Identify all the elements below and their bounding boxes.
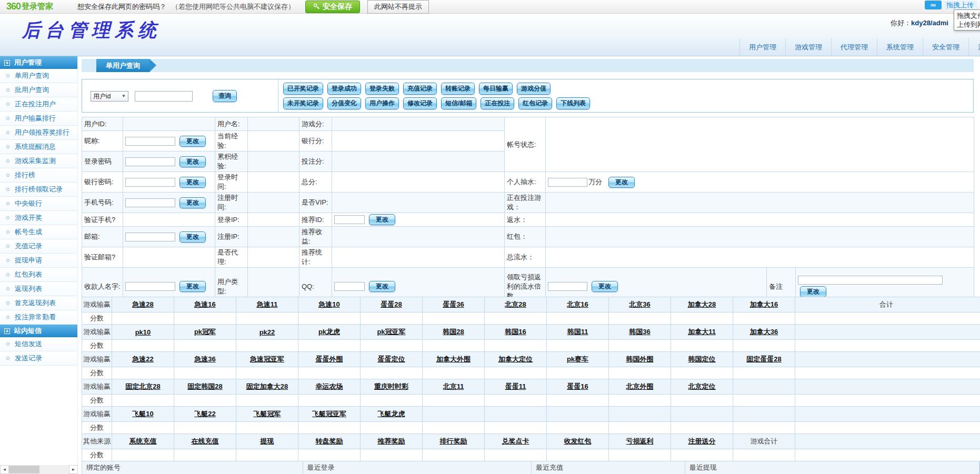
change-button[interactable]: 更改 <box>369 214 395 225</box>
change-button[interactable]: 更改 <box>179 281 206 292</box>
record-button[interactable]: 转账记录 <box>441 83 475 95</box>
form-input[interactable] <box>125 198 175 207</box>
sidebar-item[interactable]: 中央银行 <box>0 197 77 211</box>
game-link[interactable]: 韩国16 <box>505 328 526 336</box>
game-link[interactable]: 急速28 <box>132 300 153 308</box>
form-input[interactable] <box>334 215 365 224</box>
scroll-left-icon[interactable]: ◄ <box>0 465 9 474</box>
change-button[interactable]: 更改 <box>179 177 206 188</box>
game-link[interactable]: 北京外围 <box>626 382 654 390</box>
sidebar-item[interactable]: 发送记录 <box>0 351 77 366</box>
change-button[interactable]: 更改 <box>179 136 206 147</box>
record-button[interactable]: 每日输赢 <box>479 83 513 95</box>
sidebar-item[interactable]: 投注异常勤看 <box>0 310 77 325</box>
sidebar-item[interactable]: 用户领推荐奖排行 <box>0 126 77 140</box>
game-link[interactable]: 在线充值 <box>192 437 219 445</box>
game-link[interactable]: 固定韩国28 <box>187 382 222 390</box>
netdisk-drag-upload[interactable]: ∞ 拖拽上传 <box>925 1 977 9</box>
game-link[interactable]: 蛋蛋定位 <box>378 355 405 363</box>
game-link[interactable]: 注册送分 <box>688 437 716 445</box>
nav-item[interactable]: 安全管理 <box>923 38 968 56</box>
sidebar-section-header[interactable]: +用户管理 <box>0 56 77 69</box>
sidebar-item[interactable]: 排行榜领取记录 <box>0 183 77 197</box>
game-link[interactable]: 蛋蛋28 <box>381 300 402 308</box>
game-link[interactable]: 蛋蛋外围 <box>316 355 343 363</box>
game-link[interactable]: 加拿大外围 <box>436 355 471 363</box>
game-link[interactable]: 固定北京28 <box>125 382 160 390</box>
game-link[interactable]: 急速11 <box>257 300 278 308</box>
form-input[interactable] <box>125 137 175 146</box>
game-link[interactable]: 飞艇冠军 <box>254 410 281 418</box>
sidebar-item[interactable]: 返现列表 <box>0 282 77 296</box>
game-link[interactable]: 飞艇10 <box>132 410 153 418</box>
query-field-select[interactable]: 用户id ▼ <box>91 91 128 102</box>
query-input[interactable] <box>135 91 193 102</box>
change-button[interactable]: 更改 <box>800 286 826 297</box>
record-button[interactable]: 用户操作 <box>365 97 399 109</box>
game-link[interactable]: pk赛车 <box>567 355 588 363</box>
sidebar-item[interactable]: 提现申请 <box>0 254 77 268</box>
sidebar-item[interactable]: 系统提醒消息 <box>0 140 77 154</box>
game-link[interactable]: pk冠军 <box>194 328 216 336</box>
scrollbar-thumb[interactable] <box>9 466 39 473</box>
game-link[interactable]: 北京16 <box>567 300 588 308</box>
game-link[interactable]: 加拿大16 <box>750 300 778 308</box>
nav-item[interactable]: 代理管理 <box>831 38 877 56</box>
game-link[interactable]: 加拿大28 <box>688 300 716 308</box>
game-link[interactable]: 收发红包 <box>564 437 592 445</box>
game-link[interactable]: 固定加拿大28 <box>246 382 288 390</box>
scroll-right-icon[interactable]: ► <box>69 465 78 474</box>
game-link[interactable]: 蛋蛋16 <box>567 382 588 390</box>
game-link[interactable]: 韩国11 <box>567 328 588 336</box>
record-button[interactable]: 未开奖记录 <box>283 97 323 109</box>
game-link[interactable]: 北京定位 <box>688 382 716 390</box>
game-link[interactable]: 北京36 <box>629 300 650 308</box>
game-link[interactable]: 排行奖励 <box>440 437 467 445</box>
game-link[interactable]: 亏损返利 <box>626 437 654 445</box>
game-link[interactable]: 急速36 <box>194 355 215 363</box>
game-link[interactable]: 蛋蛋11 <box>505 382 526 390</box>
sidebar-item[interactable]: 帐号生成 <box>0 225 77 239</box>
sidebar-item[interactable]: 充值记录 <box>0 239 77 254</box>
game-link[interactable]: 急速16 <box>194 300 215 308</box>
sidebar-item[interactable]: 正在投注用户 <box>0 97 77 112</box>
form-input[interactable] <box>125 178 175 187</box>
game-link[interactable]: 飞艇龙虎 <box>378 410 405 418</box>
game-link[interactable]: 转盘奖励 <box>316 437 343 445</box>
game-link[interactable]: 韩国36 <box>629 328 650 336</box>
game-link[interactable]: 北京11 <box>443 382 464 390</box>
sidebar-item[interactable]: 游戏采集监测 <box>0 154 77 168</box>
form-input[interactable] <box>798 276 943 285</box>
game-link[interactable]: 韩国外围 <box>626 355 654 363</box>
form-input[interactable] <box>125 282 175 291</box>
game-link[interactable]: 北京28 <box>505 300 526 308</box>
change-button[interactable]: 更改 <box>592 281 618 292</box>
sidebar-item[interactable]: 排行榜 <box>0 168 77 183</box>
game-link[interactable]: 急速22 <box>132 355 153 363</box>
form-input[interactable] <box>548 282 587 291</box>
query-button[interactable]: 查询 <box>213 90 237 102</box>
change-button[interactable]: 更改 <box>608 177 635 188</box>
record-button[interactable]: 修改记录 <box>403 97 437 109</box>
game-link[interactable]: 蛋蛋36 <box>443 300 464 308</box>
record-button[interactable]: 登录成功 <box>327 83 361 95</box>
sidebar-section-header[interactable]: +站内短信 <box>0 325 77 337</box>
game-link[interactable]: 飞艇22 <box>194 410 215 418</box>
record-button[interactable]: 登录失败 <box>365 83 399 95</box>
game-link[interactable]: pk龙虎 <box>318 328 340 336</box>
record-button[interactable]: 充值记录 <box>403 83 437 95</box>
record-button[interactable]: 游戏分值 <box>517 83 551 95</box>
game-link[interactable]: 固定蛋蛋28 <box>746 355 781 363</box>
game-link[interactable]: 推荐奖励 <box>378 437 405 445</box>
change-button[interactable]: 更改 <box>179 231 206 243</box>
sidebar-item[interactable]: 批用户查询 <box>0 83 77 97</box>
dismiss-site-button[interactable]: 此网站不再提示 <box>367 0 429 14</box>
game-link[interactable]: pk10 <box>135 328 151 336</box>
game-link[interactable]: 系统充值 <box>129 437 157 445</box>
record-button[interactable]: 短信/邮箱 <box>441 97 476 109</box>
change-button[interactable]: 更改 <box>369 281 395 292</box>
form-input[interactable] <box>125 157 175 166</box>
record-button[interactable]: 已开奖记录 <box>283 83 323 95</box>
nav-item[interactable]: 游戏管理 <box>785 38 831 56</box>
record-button[interactable]: 正在投注 <box>481 97 514 109</box>
